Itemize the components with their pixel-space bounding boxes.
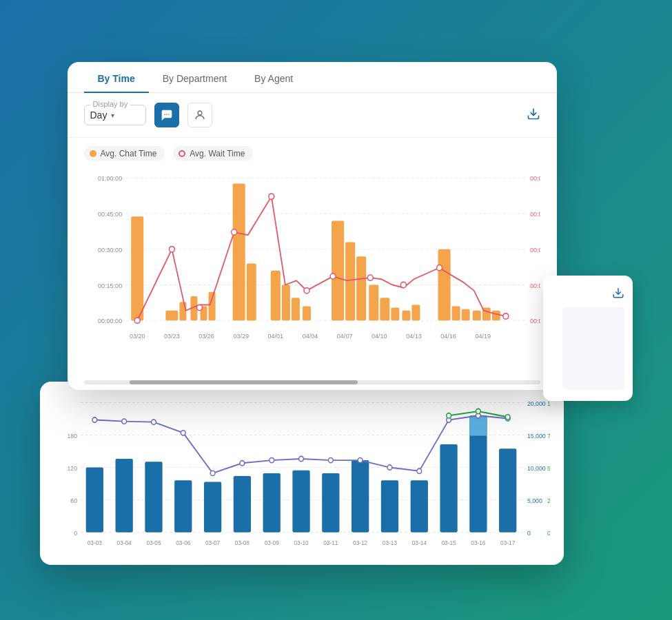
legend-avg-chat-time: Avg. Chat Time <box>84 146 165 161</box>
svg-rect-30 <box>291 298 299 320</box>
svg-point-104 <box>121 419 126 424</box>
svg-point-108 <box>240 461 245 466</box>
tab-by-time[interactable]: By Time <box>84 62 149 92</box>
svg-text:03-14: 03-14 <box>411 539 426 546</box>
svg-point-49 <box>231 229 236 235</box>
svg-text:03-15: 03-15 <box>441 539 456 546</box>
svg-text:0: 0 <box>74 530 77 537</box>
svg-point-120 <box>505 415 510 420</box>
svg-rect-27 <box>246 263 256 320</box>
svg-rect-34 <box>356 256 366 320</box>
svg-text:04/04: 04/04 <box>302 333 318 340</box>
svg-rect-98 <box>410 480 427 532</box>
svg-rect-92 <box>233 476 250 533</box>
main-chart-svg: 01:00:00 00:45:00 00:30:00 00:15:00 00:0… <box>84 171 540 378</box>
svg-point-51 <box>303 288 309 293</box>
legend-avg-wait-time: Avg. Wait Time <box>173 146 253 161</box>
svg-point-48 <box>196 304 202 310</box>
chat-label: Chat <box>82 178 122 200</box>
svg-text:60: 60 <box>70 497 77 504</box>
svg-text:100%: 100% <box>547 400 550 406</box>
svg-rect-32 <box>332 220 344 320</box>
scrollbar-track[interactable] <box>84 380 540 384</box>
svg-rect-96 <box>352 460 369 533</box>
svg-point-2 <box>168 114 170 116</box>
svg-rect-40 <box>438 249 450 320</box>
scrollbar-thumb <box>130 380 358 384</box>
svg-point-114 <box>416 468 421 473</box>
svg-point-113 <box>387 465 392 470</box>
display-by-label: Display by <box>90 100 131 108</box>
svg-point-0 <box>164 114 165 116</box>
tab-by-agent[interactable]: By Agent <box>241 62 307 92</box>
svg-point-107 <box>210 471 215 475</box>
svg-rect-25 <box>208 292 215 320</box>
svg-point-118 <box>446 413 451 418</box>
svg-text:75%: 75% <box>547 432 550 439</box>
svg-text:03-13: 03-13 <box>382 539 396 546</box>
svg-rect-38 <box>402 311 410 320</box>
svg-text:04/07: 04/07 <box>336 333 352 340</box>
svg-point-46 <box>134 318 140 323</box>
svg-rect-35 <box>369 285 378 321</box>
svg-text:0: 0 <box>527 530 530 537</box>
svg-point-1 <box>166 114 167 116</box>
download-button[interactable] <box>527 107 540 124</box>
svg-text:03-08: 03-08 <box>234 539 249 546</box>
svg-text:03-16: 03-16 <box>471 539 485 546</box>
svg-rect-21 <box>165 311 178 320</box>
svg-rect-89 <box>145 462 162 532</box>
svg-rect-94 <box>292 471 309 533</box>
svg-rect-36 <box>380 298 389 320</box>
tab-by-department[interactable]: By Department <box>149 62 241 92</box>
svg-text:03-03: 03-03 <box>87 539 101 546</box>
svg-text:00:00:08: 00:00:08 <box>529 282 540 289</box>
svg-point-111 <box>328 457 333 462</box>
svg-rect-93 <box>263 473 280 533</box>
svg-rect-102 <box>499 448 516 532</box>
tab-bar: By Time By Department By Agent <box>68 62 557 93</box>
svg-point-47 <box>169 247 174 252</box>
svg-point-109 <box>269 457 274 462</box>
chat-icon-button[interactable] <box>154 103 179 127</box>
svg-rect-26 <box>232 184 245 321</box>
svg-rect-43 <box>472 311 480 320</box>
svg-point-55 <box>436 265 442 271</box>
legend-dot-outlined <box>179 150 185 157</box>
svg-text:25%: 25% <box>547 497 550 504</box>
svg-rect-29 <box>281 285 289 321</box>
svg-text:03-10: 03-10 <box>294 539 308 546</box>
svg-point-112 <box>358 457 363 462</box>
right-card <box>543 276 633 401</box>
svg-rect-87 <box>85 468 103 533</box>
legend-avg-chat-label: Avg. Chat Time <box>101 149 157 158</box>
display-by-dropdown[interactable]: Display by Day ▾ <box>84 105 146 125</box>
svg-rect-95 <box>322 473 339 533</box>
svg-text:120: 120 <box>67 464 77 471</box>
legend-avg-wait-label: Avg. Wait Time <box>190 149 245 158</box>
svg-point-3 <box>198 111 202 115</box>
svg-text:03/26: 03/26 <box>198 333 214 340</box>
svg-point-110 <box>298 456 303 461</box>
svg-text:03-07: 03-07 <box>205 539 220 546</box>
svg-rect-20 <box>131 216 143 320</box>
svg-point-103 <box>92 417 96 422</box>
svg-rect-31 <box>302 307 310 321</box>
svg-rect-37 <box>391 308 399 321</box>
svg-text:00:00:32: 00:00:32 <box>529 175 540 182</box>
svg-point-52 <box>330 273 336 279</box>
svg-rect-99 <box>440 444 457 533</box>
svg-rect-88 <box>115 459 132 533</box>
legend-dot-filled <box>90 150 96 157</box>
display-by-value: Day <box>90 110 108 121</box>
right-card-download[interactable] <box>612 287 624 302</box>
svg-text:10,000: 10,000 <box>527 464 545 471</box>
svg-text:03-05: 03-05 <box>146 539 161 546</box>
svg-text:03/29: 03/29 <box>233 333 249 340</box>
svg-text:03-04: 03-04 <box>116 539 131 546</box>
svg-rect-45 <box>491 311 500 320</box>
bottom-chart-svg: 180 120 60 0 20,000 15,000 10,000 5,000 … <box>54 395 550 554</box>
svg-text:04/16: 04/16 <box>440 333 456 340</box>
agent-icon-button[interactable] <box>187 103 212 127</box>
svg-text:00:00:24: 00:00:24 <box>529 211 540 218</box>
